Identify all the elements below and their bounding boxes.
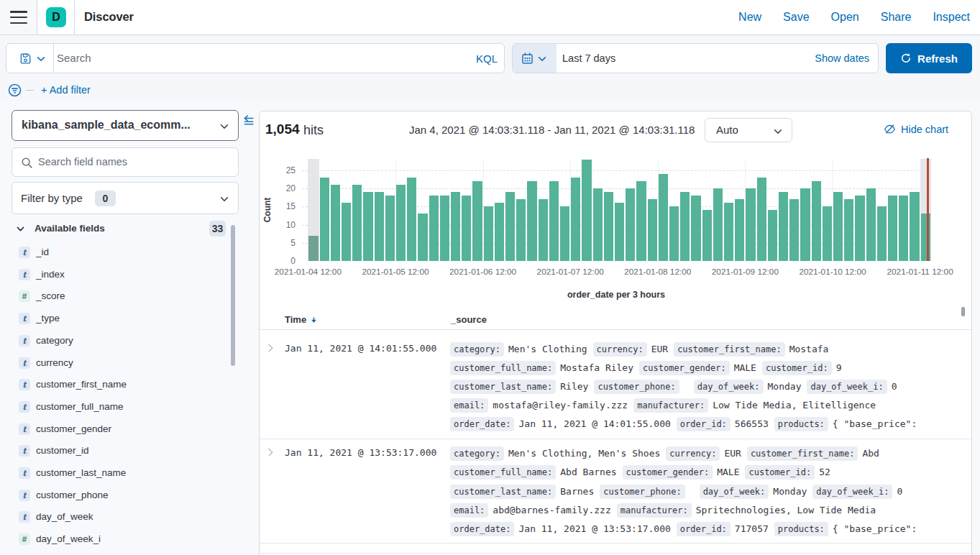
- saved-query-menu-button[interactable]: [6, 44, 54, 73]
- table-column-time[interactable]: Time: [285, 314, 306, 325]
- field-item-category[interactable]: tcategory: [0, 334, 230, 350]
- field-item-customer_full_name[interactable]: tcustomer_full_name: [0, 400, 230, 416]
- date-quick-select-button[interactable]: [513, 44, 557, 73]
- histogram-bar[interactable]: [823, 206, 832, 261]
- histogram-bar[interactable]: [669, 206, 679, 261]
- histogram-bar[interactable]: [888, 196, 897, 261]
- field-item-customer_phone[interactable]: tcustomer_phone: [0, 489, 230, 505]
- histogram-bar[interactable]: [451, 192, 460, 261]
- histogram-bar[interactable]: [899, 196, 908, 261]
- show-dates-button[interactable]: Show dates: [815, 52, 869, 64]
- histogram-bar[interactable]: [626, 188, 635, 261]
- app-logo[interactable]: D: [46, 7, 66, 27]
- table-scrollbar[interactable]: [961, 307, 965, 316]
- collapse-sidebar-icon[interactable]: [242, 114, 255, 127]
- histogram-bar[interactable]: [505, 192, 515, 261]
- interval-select[interactable]: Auto: [705, 118, 792, 142]
- histogram-bar[interactable]: [462, 196, 471, 261]
- refresh-button[interactable]: Refresh: [886, 43, 972, 73]
- sort-down-icon[interactable]: [309, 316, 319, 325]
- histogram-bar[interactable]: [779, 192, 788, 261]
- histogram-bar[interactable]: [407, 178, 416, 261]
- field-item-_id[interactable]: t_id: [0, 246, 230, 262]
- top-nav-inspect[interactable]: Inspect: [933, 11, 970, 24]
- histogram-bar[interactable]: [342, 203, 351, 261]
- histogram-bar[interactable]: [615, 203, 624, 261]
- histogram-bar[interactable]: [855, 196, 864, 261]
- histogram-bar[interactable]: [910, 192, 919, 261]
- field-item-_type[interactable]: t_type: [0, 312, 230, 328]
- hide-chart-button[interactable]: Hide chart: [884, 123, 948, 135]
- field-item-_score[interactable]: #_score: [0, 290, 230, 306]
- field-item-currency[interactable]: tcurrency: [0, 357, 230, 372]
- histogram-bar[interactable]: [560, 206, 569, 261]
- histogram-bar[interactable]: [331, 185, 340, 261]
- histogram-bar[interactable]: [724, 203, 733, 261]
- field-item-day_of_week[interactable]: tday_of_week: [0, 510, 230, 526]
- histogram-bar[interactable]: [800, 188, 810, 261]
- histogram-bar[interactable]: [385, 196, 395, 261]
- histogram-bar[interactable]: [429, 196, 439, 261]
- histogram-bar[interactable]: [308, 236, 318, 261]
- histogram-bar[interactable]: [527, 181, 536, 261]
- histogram-bar[interactable]: [571, 178, 580, 261]
- query-language-button[interactable]: KQL: [476, 52, 498, 65]
- histogram-bar[interactable]: [539, 199, 548, 261]
- histogram-bar[interactable]: [659, 174, 668, 261]
- histogram-bar[interactable]: [636, 181, 646, 261]
- histogram-bar[interactable]: [789, 199, 799, 261]
- histogram-bar[interactable]: [396, 185, 406, 261]
- histogram-bar[interactable]: [604, 192, 613, 261]
- field-item-customer_id[interactable]: tcustomer_id: [0, 444, 230, 460]
- histogram-bar[interactable]: [702, 210, 712, 261]
- index-pattern-select[interactable]: kibana_sample_data_ecomm...: [12, 110, 239, 141]
- histogram-bar[interactable]: [680, 192, 690, 261]
- histogram-bar[interactable]: [844, 199, 853, 261]
- histogram-bar[interactable]: [375, 192, 384, 261]
- table-column-source: _source: [451, 314, 487, 325]
- histogram-bar[interactable]: [746, 188, 755, 261]
- histogram-bar[interactable]: [833, 192, 843, 261]
- add-filter-button[interactable]: + Add filter: [41, 84, 91, 96]
- field-item-customer_first_name[interactable]: tcustomer_first_name: [0, 378, 230, 394]
- top-nav-new[interactable]: New: [738, 11, 761, 24]
- top-nav-save[interactable]: Save: [783, 11, 809, 24]
- field-item-_index[interactable]: t_index: [0, 268, 230, 284]
- field-search-input[interactable]: Search field names: [12, 147, 239, 177]
- histogram-bar[interactable]: [812, 181, 821, 261]
- histogram-bar[interactable]: [484, 206, 493, 261]
- histogram-bar[interactable]: [877, 206, 887, 261]
- histogram-bar[interactable]: [593, 188, 603, 261]
- top-nav-open[interactable]: Open: [831, 11, 859, 24]
- menu-button[interactable]: [0, 0, 37, 35]
- source-field-value: Mostafa Riley: [560, 361, 633, 375]
- histogram-bar[interactable]: [440, 196, 449, 261]
- filter-icon[interactable]: [8, 83, 22, 97]
- histogram-bar[interactable]: [363, 192, 372, 261]
- histogram-bar[interactable]: [691, 196, 700, 261]
- field-item-customer_last_name[interactable]: tcustomer_last_name: [0, 467, 230, 482]
- histogram-bar[interactable]: [921, 214, 930, 261]
- histogram-bar[interactable]: [516, 199, 526, 261]
- field-item-customer_gender[interactable]: tcustomer_gender: [0, 423, 230, 439]
- histogram-bar[interactable]: [320, 178, 329, 261]
- top-nav-share[interactable]: Share: [881, 11, 912, 24]
- histogram-bar[interactable]: [757, 178, 766, 261]
- histogram-bar[interactable]: [866, 188, 876, 261]
- histogram-bar[interactable]: [768, 210, 777, 261]
- histogram-bar[interactable]: [472, 181, 482, 261]
- search-input[interactable]: Search KQL: [6, 43, 505, 73]
- filter-by-type-select[interactable]: Filter by type 0: [12, 182, 239, 214]
- histogram-bar[interactable]: [495, 203, 504, 261]
- histogram-bar[interactable]: [418, 214, 427, 261]
- histogram-bar[interactable]: [549, 181, 559, 261]
- histogram-bar[interactable]: [713, 188, 723, 261]
- available-fields-accordion[interactable]: Available fields 33: [0, 221, 244, 238]
- time-range-value[interactable]: Last 7 days: [562, 52, 615, 64]
- sidebar-scrollbar[interactable]: [231, 225, 235, 366]
- field-item-day_of_week_i[interactable]: #day_of_week_i: [0, 533, 230, 549]
- histogram-bar[interactable]: [352, 185, 362, 261]
- histogram-bar[interactable]: [582, 160, 591, 261]
- histogram-bar[interactable]: [735, 199, 744, 261]
- histogram-bar[interactable]: [648, 199, 657, 261]
